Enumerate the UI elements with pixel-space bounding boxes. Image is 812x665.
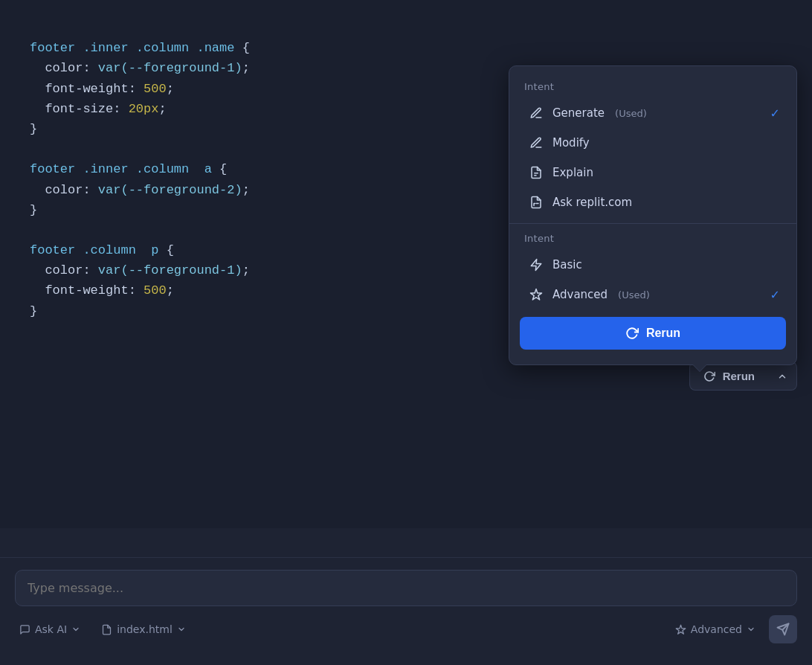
advanced-chevron-icon xyxy=(747,625,755,634)
modify-pen-icon xyxy=(529,135,544,150)
message-area: Ask AI index.html xyxy=(0,557,812,665)
advanced-label: Advanced xyxy=(691,623,742,635)
popup-divider xyxy=(509,223,796,224)
rerun-bar-chevron-button[interactable] xyxy=(768,362,797,391)
pen-icon xyxy=(529,106,544,121)
ask-replit-label: Ask replit.com xyxy=(552,196,632,209)
explain-label: Explain xyxy=(552,166,593,179)
code-editor: footer .inner .column .name { color: var… xyxy=(0,0,812,528)
generate-check: ✓ xyxy=(770,106,780,121)
popup-item-explain[interactable]: Explain xyxy=(514,158,792,187)
advanced-popup-label: Advanced xyxy=(552,288,608,301)
svg-marker-3 xyxy=(531,260,541,271)
modify-label: Modify xyxy=(552,136,590,150)
bolt-icon xyxy=(529,257,544,272)
ask-ai-button[interactable]: Ask AI xyxy=(15,620,85,638)
file-button[interactable]: index.html xyxy=(97,620,190,638)
intent-section-label-1: Intent xyxy=(509,78,796,98)
rerun-bar-label: Rerun xyxy=(723,370,755,382)
sparkle-icon xyxy=(529,287,544,302)
popup-item-basic[interactable]: Basic xyxy=(514,250,792,280)
advanced-sparkle-icon xyxy=(675,624,686,635)
generate-badge: (Used) xyxy=(615,108,647,119)
popup-item-advanced[interactable]: Advanced (Used) ✓ xyxy=(514,280,792,309)
popup-item-modify[interactable]: Modify xyxy=(514,128,792,158)
basic-label: Basic xyxy=(552,258,582,272)
popup-rerun-label: Rerun xyxy=(646,327,680,340)
chevron-up-icon xyxy=(777,371,787,382)
message-input[interactable] xyxy=(28,581,784,595)
ask-ai-chevron-icon xyxy=(71,625,80,634)
send-button[interactable] xyxy=(769,615,797,643)
file-label: index.html xyxy=(117,623,173,635)
file-icon xyxy=(101,624,112,635)
popup-item-ask-replit[interactable]: Ask replit.com xyxy=(514,187,792,217)
generate-label: Generate xyxy=(552,106,605,120)
toolbar-right: Advanced xyxy=(669,615,797,643)
advanced-badge: (Used) xyxy=(618,289,650,301)
ask-replit-doc-icon xyxy=(529,195,544,210)
intent-popup: Intent Generate (Used) ✓ Modify xyxy=(509,65,797,365)
send-icon xyxy=(776,623,790,636)
toolbar-left: Ask AI index.html xyxy=(15,620,190,638)
intent-section-label-2: Intent xyxy=(509,230,796,250)
rerun-refresh-icon xyxy=(625,327,639,340)
message-toolbar: Ask AI index.html xyxy=(15,615,797,643)
file-chevron-icon xyxy=(177,625,186,634)
advanced-check: ✓ xyxy=(770,288,780,302)
popup-item-generate[interactable]: Generate (Used) ✓ xyxy=(514,98,792,128)
popup-rerun-button[interactable]: Rerun xyxy=(520,317,786,350)
ask-ai-label: Ask AI xyxy=(35,623,67,635)
advanced-button[interactable]: Advanced xyxy=(669,620,761,638)
explain-doc-icon xyxy=(529,165,544,180)
ask-ai-icon xyxy=(19,624,30,635)
message-input-wrapper[interactable] xyxy=(15,570,797,606)
